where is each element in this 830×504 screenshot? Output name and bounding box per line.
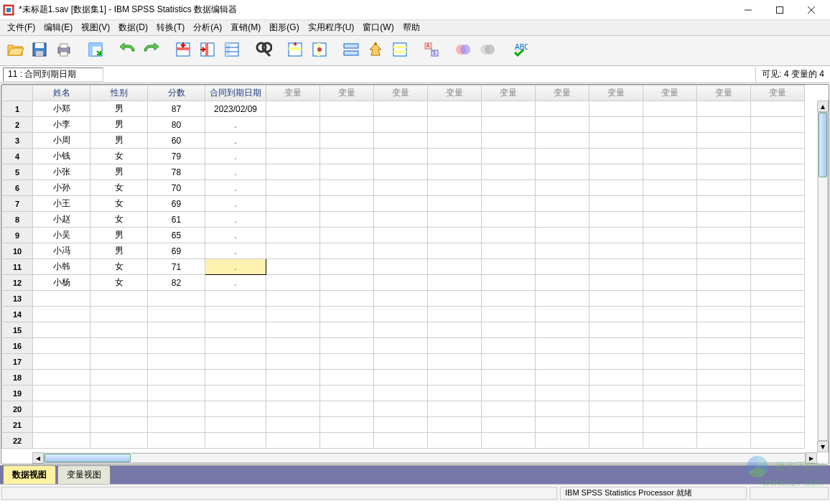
table-row[interactable]: 1小郑男872023/02/09 <box>2 101 805 117</box>
data-cell[interactable] <box>90 291 148 307</box>
data-cell[interactable]: 男 <box>90 133 148 149</box>
close-button[interactable] <box>796 1 827 19</box>
scroll-left-button[interactable]: ◂ <box>32 452 44 464</box>
data-cell[interactable] <box>90 307 148 322</box>
data-cell[interactable] <box>374 212 428 228</box>
data-cell[interactable] <box>536 338 589 354</box>
data-cell[interactable] <box>536 243 589 259</box>
data-cell[interactable] <box>266 291 320 307</box>
column-header[interactable]: 分数 <box>148 85 205 101</box>
data-cell[interactable] <box>589 307 643 322</box>
data-cell[interactable] <box>320 386 374 401</box>
data-cell[interactable]: 82 <box>148 275 205 291</box>
data-cell[interactable] <box>33 322 90 338</box>
menu-m[interactable]: 直销(M) <box>226 20 265 35</box>
data-cell[interactable] <box>589 386 643 401</box>
table-row[interactable]: 17 <box>2 354 805 370</box>
data-cell[interactable]: . <box>205 117 266 133</box>
insert-case-button[interactable]: ✶ <box>284 40 306 62</box>
data-cell[interactable] <box>536 101 589 117</box>
table-row[interactable]: 6小孙女70. <box>2 180 805 196</box>
data-cell[interactable]: 79 <box>148 149 205 164</box>
row-number[interactable]: 4 <box>2 149 33 164</box>
data-cell[interactable] <box>751 180 805 196</box>
data-cell[interactable] <box>374 149 428 164</box>
data-cell[interactable] <box>482 401 536 417</box>
data-cell[interactable] <box>205 338 266 354</box>
data-cell[interactable] <box>697 117 751 133</box>
data-cell[interactable] <box>589 370 643 386</box>
data-cell[interactable]: 71 <box>148 259 205 275</box>
data-cell[interactable] <box>751 370 805 386</box>
data-cell[interactable] <box>428 307 482 322</box>
data-cell[interactable] <box>536 196 589 212</box>
open-button[interactable] <box>4 40 26 62</box>
save-button[interactable] <box>29 40 50 62</box>
data-cell[interactable] <box>482 133 536 149</box>
hscroll-thumb[interactable] <box>45 454 131 462</box>
data-cell[interactable] <box>205 417 266 433</box>
data-cell[interactable] <box>374 433 428 449</box>
data-cell[interactable] <box>482 275 536 291</box>
data-cell[interactable] <box>266 196 320 212</box>
spellcheck-button[interactable]: ABC <box>508 40 530 62</box>
data-cell[interactable] <box>266 354 320 370</box>
menu-g[interactable]: 图形(G) <box>265 20 303 35</box>
data-cell[interactable] <box>374 322 428 338</box>
variables-button[interactable] <box>221 40 243 62</box>
data-cell[interactable] <box>320 433 374 449</box>
data-cell[interactable] <box>589 133 643 149</box>
data-cell[interactable] <box>428 370 482 386</box>
data-cell[interactable]: 女 <box>90 196 148 212</box>
data-cell[interactable] <box>643 370 697 386</box>
data-cell[interactable]: 小韩 <box>33 259 90 275</box>
menu-v[interactable]: 视图(V) <box>77 20 114 35</box>
table-row[interactable]: 12小杨女82. <box>2 275 805 291</box>
data-cell[interactable] <box>320 117 374 133</box>
data-cell[interactable] <box>148 322 205 338</box>
data-cell[interactable] <box>33 417 90 433</box>
data-cell[interactable] <box>374 417 428 433</box>
row-number[interactable]: 15 <box>2 322 33 338</box>
data-cell[interactable] <box>482 354 536 370</box>
data-cell[interactable] <box>90 354 148 370</box>
data-cell[interactable] <box>751 117 805 133</box>
data-cell[interactable] <box>697 370 751 386</box>
data-cell[interactable] <box>482 386 536 401</box>
data-cell[interactable] <box>90 338 148 354</box>
data-cell[interactable] <box>751 228 805 243</box>
menu-f[interactable]: 文件(F) <box>3 20 39 35</box>
data-cell[interactable] <box>428 322 482 338</box>
data-cell[interactable] <box>320 196 374 212</box>
data-cell[interactable]: 男 <box>90 117 148 133</box>
table-row[interactable]: 20 <box>2 401 805 417</box>
data-cell[interactable] <box>428 180 482 196</box>
data-cell[interactable] <box>536 433 589 449</box>
data-cell[interactable]: 小孙 <box>33 180 90 196</box>
column-header[interactable]: 合同到期日期 <box>205 85 266 101</box>
data-cell[interactable] <box>482 417 536 433</box>
data-cell[interactable] <box>266 243 320 259</box>
data-cell[interactable] <box>697 149 751 164</box>
data-cell[interactable] <box>266 117 320 133</box>
data-cell[interactable]: 小冯 <box>33 243 90 259</box>
data-cell[interactable] <box>482 196 536 212</box>
data-cell[interactable] <box>589 417 643 433</box>
data-cell[interactable] <box>320 338 374 354</box>
data-cell[interactable] <box>205 401 266 417</box>
data-cell[interactable] <box>320 370 374 386</box>
row-number[interactable]: 5 <box>2 164 33 180</box>
data-cell[interactable] <box>536 180 589 196</box>
data-cell[interactable] <box>428 275 482 291</box>
data-cell[interactable]: 87 <box>148 101 205 117</box>
data-cell[interactable] <box>33 291 90 307</box>
data-cell[interactable] <box>697 338 751 354</box>
data-cell[interactable] <box>320 228 374 243</box>
column-header-placeholder[interactable]: 变量 <box>428 85 482 101</box>
tab-variable-view[interactable]: 变量视图 <box>57 465 111 484</box>
data-cell[interactable] <box>589 354 643 370</box>
data-cell[interactable] <box>266 417 320 433</box>
data-cell[interactable] <box>148 433 205 449</box>
data-cell[interactable] <box>374 101 428 117</box>
data-cell[interactable]: 男 <box>90 243 148 259</box>
